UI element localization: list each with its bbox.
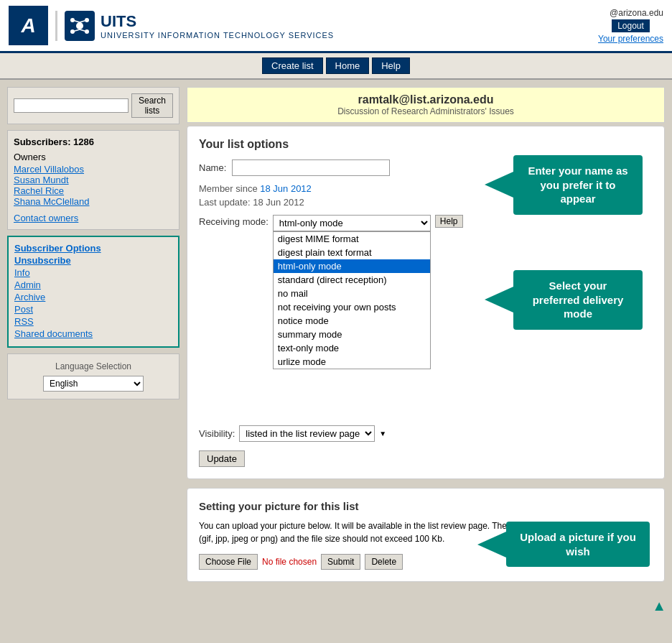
sidebar-item-unsubscribe[interactable]: Unsubscribe	[14, 255, 172, 266]
sidebar-nav: Subscriber Options Unsubscribe Info Admi…	[7, 236, 179, 348]
receiving-select-wrap: digest MIME format digest plain text for…	[273, 215, 431, 231]
receiving-mode-row: Receiving mode: digest MIME format diges…	[199, 215, 653, 231]
owner-1[interactable]: Marcel Villalobos	[14, 164, 173, 175]
list-header: ramtalk@list.arizona.edu Discussion of R…	[187, 87, 665, 123]
nav-home[interactable]: Home	[326, 57, 370, 74]
help-button[interactable]: Help	[435, 215, 463, 228]
sidebar-item-subscriber-options[interactable]: Subscriber Options	[14, 243, 172, 254]
list-email: ramtalk@list.arizona.edu	[193, 93, 658, 106]
dropdown-item-4[interactable]: no mail	[274, 287, 430, 300]
visibility-row: Visibility: listed in the list review pa…	[199, 425, 653, 442]
uits-title: UITS	[101, 12, 334, 31]
ua-logo: A	[9, 6, 48, 45]
list-options-panel: Your list options Name: Enter your name …	[187, 126, 665, 479]
sidebar-item-shared-documents[interactable]: Shared documents	[14, 328, 172, 339]
logout-button[interactable]: Logout	[612, 19, 650, 32]
picture-panel: Setting your picture for this list You c…	[187, 488, 665, 582]
uits-subtitle: University Information Technology Servic…	[101, 31, 334, 40]
owner-3[interactable]: Rachel Rice	[14, 185, 173, 196]
update-button[interactable]: Update	[199, 450, 245, 467]
search-box: Search lists	[7, 87, 179, 124]
dropdown-list: digest MIME format digest plain text for…	[273, 231, 431, 369]
dropdown-item-6[interactable]: notice mode	[274, 314, 430, 328]
dropdown-item-9[interactable]: urlize mode	[274, 355, 430, 369]
owner-2[interactable]: Susan Mundt	[14, 175, 173, 185]
sidebar: Search lists Subscribers: 1286 Owners Ma…	[7, 87, 179, 591]
subscribers-count: Subscribers: 1286	[14, 137, 173, 147]
uits-text: UITS University Information Technology S…	[101, 12, 334, 40]
nav-create-list[interactable]: Create list	[262, 57, 323, 74]
sidebar-item-info[interactable]: Info	[14, 267, 172, 278]
header-left: A UITS University Information Techno	[9, 6, 334, 45]
list-description: Discussion of Research Administrators' I…	[193, 106, 658, 116]
dropdown-item-2[interactable]: html-only mode	[274, 259, 430, 273]
callout-delivery: Select your preferred delivery mode	[513, 270, 643, 330]
sidebar-item-archive[interactable]: Archive	[14, 292, 172, 302]
dropdown-item-1[interactable]: digest plain text format	[274, 246, 430, 259]
ua-logo-text: A	[21, 14, 35, 37]
submit-button[interactable]: Submit	[321, 554, 360, 570]
sidebar-item-admin[interactable]: Admin	[14, 279, 172, 290]
header-right: @arizona.edu Logout Your preferences	[598, 8, 663, 44]
dropdown-item-0[interactable]: digest MIME format	[274, 232, 430, 246]
sidebar-info: Subscribers: 1286 Owners Marcel Villalob…	[7, 130, 179, 230]
pic-desc-red: You can upload your picture below.	[199, 521, 332, 531]
name-label: Name:	[199, 162, 226, 173]
language-box: Language Selection English French Spanis…	[7, 353, 179, 399]
callout-name: Enter your name as you prefer it to appe…	[513, 155, 643, 215]
language-label: Language Selection	[14, 361, 173, 371]
up-arrow-icon: ▲	[652, 598, 666, 614]
owners-label: Owners	[14, 152, 173, 162]
content: ramtalk@list.arizona.edu Discussion of R…	[187, 87, 665, 591]
member-since-date[interactable]: 18 Jun 2012	[260, 183, 312, 194]
owner-4[interactable]: Shana McClelland	[14, 196, 173, 207]
dropdown-item-3[interactable]: standard (direct reception)	[274, 273, 430, 287]
choose-file-button[interactable]: Choose File	[199, 554, 258, 570]
contact-owners-link[interactable]: Contact owners	[14, 213, 173, 223]
search-button[interactable]: Search lists	[131, 93, 173, 118]
dropdown-item-7[interactable]: summary mode	[274, 328, 430, 341]
callout-upload: Upload a picture if you wish	[506, 522, 650, 567]
visibility-select[interactable]: listed in the list review page	[239, 425, 375, 442]
name-input[interactable]	[232, 159, 390, 176]
visibility-chevron-icon: ▼	[379, 430, 386, 438]
uits-icon	[65, 11, 95, 41]
main-layout: Search lists Subscribers: 1286 Owners Ma…	[0, 80, 672, 598]
picture-panel-title: Setting your picture for this list	[199, 500, 653, 512]
visibility-label: Visibility:	[199, 428, 235, 439]
nav-help[interactable]: Help	[372, 57, 410, 74]
uits-logo: UITS University Information Technology S…	[55, 11, 334, 41]
sidebar-item-rss[interactable]: RSS	[14, 316, 172, 327]
dropdown-item-5[interactable]: not receiving your own posts	[274, 300, 430, 314]
sidebar-item-post[interactable]: Post	[14, 304, 172, 315]
preferences-link[interactable]: Your preferences	[598, 34, 663, 44]
language-select[interactable]: English French Spanish German	[43, 376, 144, 392]
dropdown-item-8[interactable]: text-only mode	[274, 341, 430, 355]
header: A UITS University Information Techno	[0, 0, 672, 53]
panel-title: Your list options	[199, 138, 653, 151]
svg-point-0	[76, 22, 83, 29]
search-input[interactable]	[14, 98, 129, 113]
delete-button[interactable]: Delete	[365, 554, 403, 570]
receiving-label: Receiving mode:	[199, 215, 269, 227]
receiving-select[interactable]: digest MIME format digest plain text for…	[273, 215, 431, 231]
file-label: No file chosen	[262, 557, 317, 567]
nav-bar: Create list Home Help	[0, 53, 672, 80]
footer-area: ▲	[0, 598, 672, 617]
user-email: @arizona.edu	[610, 8, 663, 18]
